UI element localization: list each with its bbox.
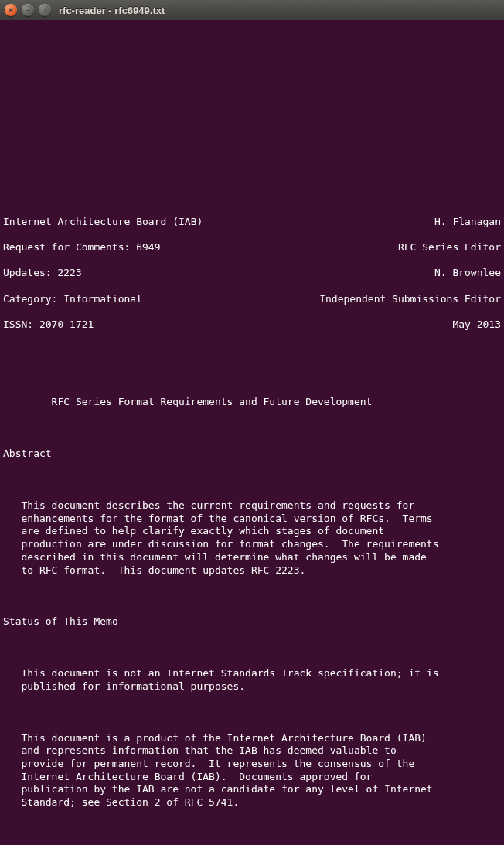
- header-right: Independent Submissions Editor: [319, 293, 501, 306]
- blank-line: [3, 164, 501, 177]
- blank-line: [3, 823, 501, 836]
- header-left: Internet Architecture Board (IAB): [3, 216, 203, 229]
- header-right: RFC Series Editor: [398, 241, 501, 254]
- header-left: ISSN: 2070-1721: [3, 319, 94, 332]
- section-heading-status: Status of This Memo: [3, 615, 501, 629]
- header-left: Updates: 2223: [3, 267, 82, 280]
- blank-line: [3, 345, 501, 358]
- abstract-paragraph: This document describes the current requ…: [3, 499, 501, 577]
- rfc-header-line: Updates: 2223 N. Brownlee: [3, 267, 501, 280]
- document-title: RFC Series Format Requirements and Futur…: [3, 396, 501, 409]
- header-right: May 2013: [452, 319, 501, 332]
- header-right: N. Brownlee: [434, 267, 501, 280]
- window-titlebar[interactable]: ✕ – ▫ rfc-reader - rfc6949.txt: [0, 0, 504, 20]
- blank-line: [3, 87, 501, 100]
- blank-line: [3, 60, 501, 73]
- status-paragraph: This document is not an Internet Standar…: [3, 667, 501, 693]
- close-icon[interactable]: ✕: [5, 4, 17, 16]
- rfc-header-line: ISSN: 2070-1721 May 2013: [3, 319, 501, 332]
- blank-line: [3, 138, 501, 151]
- terminal-viewport[interactable]: Internet Architecture Board (IAB) H. Fla…: [0, 20, 504, 845]
- rfc-header-line: Request for Comments: 6949 RFC Series Ed…: [3, 241, 501, 254]
- blank-line: [3, 642, 501, 655]
- header-left: Category: Informational: [3, 293, 142, 306]
- blank-line: [3, 422, 501, 435]
- blank-line: [3, 370, 501, 383]
- blank-line: [3, 189, 501, 203]
- maximize-icon[interactable]: ▫: [39, 4, 51, 16]
- blank-line: [3, 590, 501, 603]
- section-heading-abstract: Abstract: [3, 448, 501, 461]
- minimize-icon[interactable]: –: [22, 4, 34, 16]
- header-left: Request for Comments: 6949: [3, 241, 161, 254]
- header-right: H. Flanagan: [434, 216, 501, 229]
- rfc-header-line: Internet Architecture Board (IAB) H. Fla…: [3, 216, 501, 229]
- rfc-header-line: Category: Informational Independent Subm…: [3, 293, 501, 306]
- window-title: rfc-reader - rfc6949.txt: [59, 5, 165, 16]
- blank-line: [3, 112, 501, 125]
- window-controls: ✕ – ▫: [5, 4, 51, 16]
- status-paragraph: This document is a product of the Intern…: [3, 732, 501, 809]
- blank-line: [3, 706, 501, 719]
- blank-line: [3, 474, 501, 487]
- blank-line: [3, 35, 501, 48]
